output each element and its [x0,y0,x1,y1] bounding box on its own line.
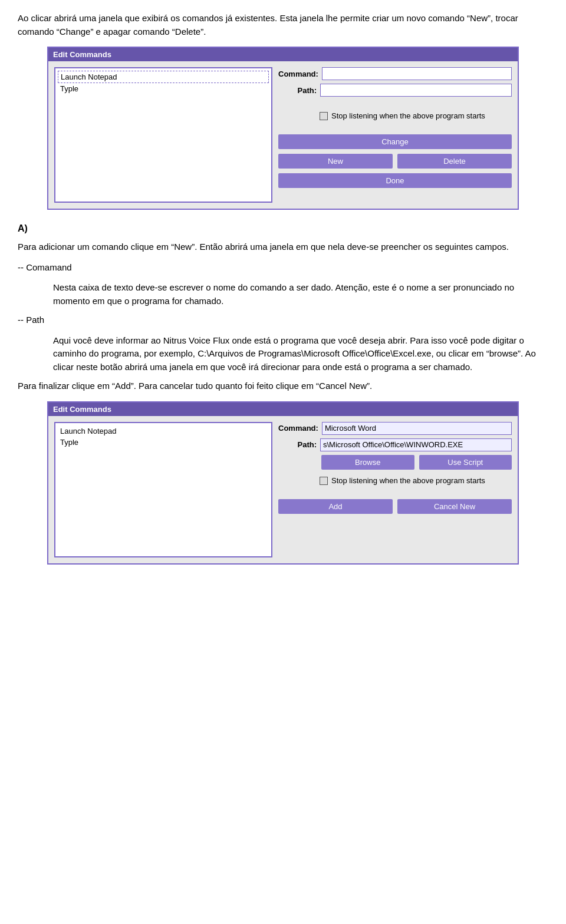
stop-listening-label: Stop listening when the above program st… [331,111,485,121]
stop-listening-label-2: Stop listening when the above program st… [331,476,485,486]
comamand-title: -- Comamand [18,261,548,275]
delete-button[interactable]: Delete [397,154,512,169]
new-delete-row: New Delete [278,154,512,169]
section-a-label: A) [18,222,548,236]
command-input-2[interactable] [322,422,512,435]
dialog2-list: Launch Notepad Typle [54,422,272,557]
list-item[interactable]: Launch Notepad [58,71,269,83]
stop-listening-row-2: Stop listening when the above program st… [320,476,512,486]
cancel-new-button[interactable]: Cancel New [397,499,512,514]
dialog2-right-panel: Command: Path: Browse Use Script Stop li… [278,422,512,557]
command-field-row-2: Command: [278,422,512,435]
edit-commands-dialog-1: Edit Commands Launch Notepad Typle Comma… [47,47,519,210]
stop-listening-checkbox-2[interactable] [320,477,328,485]
path-input-2[interactable] [320,438,512,451]
path-label-2: Path: [278,440,317,449]
path-input[interactable] [320,84,512,97]
done-button[interactable]: Done [278,173,512,188]
path-label: Path: [278,86,317,95]
path-field-row: Path: [278,84,512,97]
comamand-text: Nesta caixa de texto deve-se escrever o … [53,281,548,308]
dialog1-right-panel: Command: Path: Stop listening when the a… [278,67,512,203]
para2: Para adicionar um comando clique em “New… [18,240,548,254]
intro-para1: Ao clicar abrirá uma janela que exibirá … [18,12,548,38]
add-cancel-row: Add Cancel New [278,499,512,514]
path-field-row-2: Path: [278,438,512,451]
new-button[interactable]: New [278,154,393,169]
dialog2-titlebar: Edit Commands [48,402,518,416]
path-title: -- Path [18,314,548,327]
change-button[interactable]: Change [278,134,512,149]
stop-listening-checkbox[interactable] [320,112,328,120]
path-text: Aqui você deve informar ao Nitrus Voice … [53,334,548,374]
edit-commands-dialog-2: Edit Commands Launch Notepad Typle Comma… [47,401,519,565]
dialog1-titlebar: Edit Commands [48,48,518,61]
command-label-2: Command: [278,424,318,433]
para3: Para finalizar clique em “Add”. Para can… [18,380,548,393]
command-input[interactable] [322,67,512,80]
command-label: Command: [278,70,318,78]
stop-listening-row: Stop listening when the above program st… [320,111,512,121]
list-item[interactable]: Typle [58,83,269,94]
command-field-row: Command: [278,67,512,80]
dialog1-list: Launch Notepad Typle [54,67,272,203]
add-button[interactable]: Add [278,499,393,514]
browse-button[interactable]: Browse [321,455,414,470]
use-script-button[interactable]: Use Script [419,455,512,470]
list-item[interactable]: Launch Notepad [58,425,269,437]
browse-use-script-row: Browse Use Script [278,455,512,470]
list-item[interactable]: Typle [58,437,269,448]
